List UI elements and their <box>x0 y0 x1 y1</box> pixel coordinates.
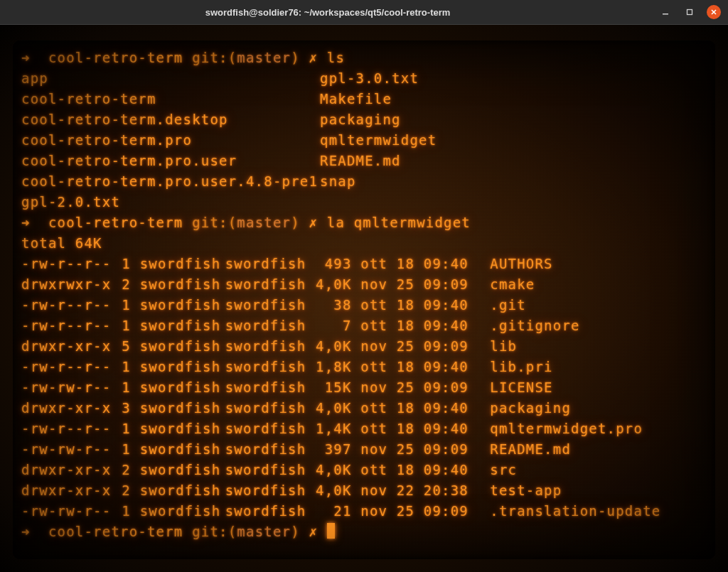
cursor[interactable] <box>327 523 335 539</box>
la-group: swordfish <box>225 377 311 398</box>
la-date: ott 18 09:40 <box>360 295 490 315</box>
titlebar[interactable]: swordfish@soldier76: ~/workspaces/qt5/co… <box>0 0 728 24</box>
la-size: 4,0K <box>311 274 352 295</box>
la-size: 4,0K <box>311 460 352 480</box>
la-owner: swordfish <box>140 295 225 315</box>
terminal-output[interactable]: ➜ cool-retro-term git:(master) ✗ lsappco… <box>21 48 707 542</box>
la-perm: -rw-r--r-- <box>21 254 114 274</box>
svg-rect-1 <box>687 10 692 15</box>
la-name: AUTHORS <box>490 254 552 274</box>
la-perm: drwxr-xr-x <box>21 460 114 480</box>
close-icon <box>710 8 718 16</box>
la-owner: swordfish <box>140 274 225 295</box>
la-owner: swordfish <box>140 460 225 480</box>
crt-screen[interactable]: ➜ cool-retro-term git:(master) ✗ lsappco… <box>13 41 715 559</box>
la-size: 15K <box>311 377 352 398</box>
ls-item: cool-retro-term <box>21 89 320 109</box>
la-date: nov 25 09:09 <box>360 336 490 357</box>
la-group: swordfish <box>225 480 311 501</box>
command-text: la qmltermwidget <box>327 215 471 230</box>
ls-item: cool-retro-term.desktop <box>21 109 320 130</box>
minimize-icon <box>661 8 670 16</box>
prompt-dirty: ✗ <box>309 524 318 539</box>
ls-item: cool-retro-term.pro.user <box>21 151 320 171</box>
la-size: 4,0K <box>311 336 352 357</box>
la-owner: swordfish <box>140 419 225 439</box>
la-name: .translation-update <box>490 501 660 522</box>
la-group: swordfish <box>225 439 311 460</box>
la-links: 1 <box>114 501 131 522</box>
la-owner: swordfish <box>140 336 225 357</box>
ls-output: appcool-retro-termcool-retro-term.deskto… <box>21 68 707 212</box>
ls-item: app <box>21 68 320 89</box>
ls-item: README.md <box>320 151 707 171</box>
la-name: qmltermwidget.pro <box>490 419 643 439</box>
la-owner: swordfish <box>140 357 225 377</box>
minimize-button[interactable] <box>658 5 673 19</box>
la-name: LICENSE <box>490 377 552 398</box>
la-owner: swordfish <box>140 377 225 398</box>
la-size: 493 <box>311 254 352 274</box>
la-owner: swordfish <box>140 501 225 522</box>
crt-frame: ➜ cool-retro-term git:(master) ✗ lsappco… <box>0 24 728 572</box>
ls-item: packaging <box>320 109 707 130</box>
la-owner: swordfish <box>140 315 225 336</box>
ls-item: cool-retro-term.pro.user.4.8-pre1 <box>21 171 320 192</box>
la-row: -rw-r--r--1 swordfishswordfish1,4K ott 1… <box>21 419 707 439</box>
la-row: drwxr-xr-x3 swordfishswordfish4,0K ott 1… <box>21 398 707 419</box>
la-links: 1 <box>114 439 131 460</box>
ls-item: gpl-2.0.txt <box>21 192 320 212</box>
la-group: swordfish <box>225 501 311 522</box>
la-row: -rw-rw-r--1 swordfishswordfish15K nov 25… <box>21 377 707 398</box>
la-size: 4,0K <box>311 480 352 501</box>
ls-item: Makefile <box>320 89 707 109</box>
la-perm: -rw-rw-r-- <box>21 501 114 522</box>
prompt-branch: master <box>237 50 291 65</box>
la-perm: drwxr-xr-x <box>21 336 114 357</box>
prompt-dirty: ✗ <box>309 50 318 65</box>
la-name: cmake <box>490 274 535 295</box>
la-name: .git <box>490 295 526 315</box>
la-row: -rw-r--r--1 swordfishswordfish493 ott 18… <box>21 254 707 274</box>
la-size: 397 <box>311 439 352 460</box>
la-total: total 64K <box>21 233 707 254</box>
la-perm: drwxrwxr-x <box>21 274 114 295</box>
la-date: ott 18 09:40 <box>360 357 490 377</box>
la-links: 1 <box>114 254 131 274</box>
la-group: swordfish <box>225 357 311 377</box>
prompt-dirty: ✗ <box>309 215 318 230</box>
la-name: README.md <box>490 439 571 460</box>
la-date: nov 25 09:09 <box>360 377 490 398</box>
la-name: test-app <box>490 480 562 501</box>
la-group: swordfish <box>225 274 311 295</box>
la-links: 1 <box>114 377 131 398</box>
la-date: ott 18 09:40 <box>360 460 490 480</box>
la-perm: -rw-r--r-- <box>21 419 114 439</box>
la-owner: swordfish <box>140 439 225 460</box>
la-links: 1 <box>114 295 131 315</box>
la-name: src <box>490 460 517 480</box>
prompt-arrow: ➜ <box>21 215 31 230</box>
la-links: 3 <box>114 398 131 419</box>
la-date: ott 18 09:40 <box>360 398 490 419</box>
la-perm: drwxr-xr-x <box>21 480 114 501</box>
la-group: swordfish <box>225 254 311 274</box>
la-date: nov 22 20:38 <box>360 480 490 501</box>
la-name: .gitignore <box>490 315 579 336</box>
prompt-arrow: ➜ <box>21 50 31 65</box>
la-size: 7 <box>311 315 352 336</box>
la-row: -rw-r--r--1 swordfishswordfish38 ott 18 … <box>21 295 707 315</box>
la-date: ott 18 09:40 <box>360 419 490 439</box>
prompt-vcs: git:( <box>192 215 237 230</box>
la-row: drwxrwxr-x2 swordfishswordfish4,0K nov 2… <box>21 274 707 295</box>
maximize-icon <box>685 8 694 16</box>
ls-item: cool-retro-term.pro <box>21 130 320 151</box>
la-date: ott 18 09:40 <box>360 254 490 274</box>
maximize-button[interactable] <box>682 5 697 19</box>
la-links: 1 <box>114 419 131 439</box>
la-size: 21 <box>311 501 352 522</box>
la-perm: -rw-r--r-- <box>21 357 114 377</box>
la-owner: swordfish <box>140 480 225 501</box>
close-button[interactable] <box>707 5 721 19</box>
la-links: 1 <box>114 315 131 336</box>
